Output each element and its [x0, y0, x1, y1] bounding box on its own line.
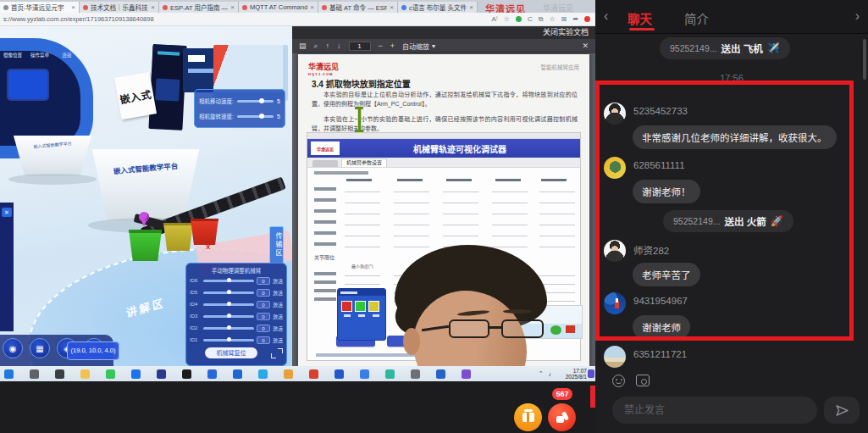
app-icon	[258, 369, 268, 379]
taskbar-date: 2025/8/1	[566, 374, 587, 380]
doc-paragraph: 本实验的目标是让上位机自动分析动作，通过控制发给机械臂下达指令，将物块放到对应的…	[312, 91, 578, 108]
app-icon	[284, 369, 293, 379]
pedestal-label: 嵌入式智能教学平台	[12, 138, 93, 151]
fullscreen-icon	[269, 348, 283, 358]
like-button[interactable]	[548, 403, 576, 431]
close-doc-button: 关闭实验文档	[292, 26, 595, 39]
servo-slider	[203, 339, 254, 341]
close-icon: ✕	[582, 42, 589, 50]
avatar	[604, 240, 626, 262]
servo-slider	[203, 291, 254, 294]
refresh-icon: C	[528, 16, 533, 23]
stream-control-bar: 567	[0, 381, 595, 433]
browser-tab-mqtt-at: MQTT AT Command ×	[239, 2, 318, 13]
servo-id: ID5	[190, 290, 201, 295]
tab-chat[interactable]: 聊天	[628, 9, 652, 27]
dock-label: 连接	[54, 52, 80, 58]
defender-icon	[436, 369, 445, 379]
camera-move-speed-row: 相机移动速度: 5	[199, 97, 280, 105]
tab-placeholder	[312, 160, 338, 167]
tab-close-icon: ×	[390, 3, 394, 11]
tab-arm-params: 机械臂参数设置	[341, 158, 387, 167]
servo-value: 0	[257, 301, 270, 308]
servo-row: ID3 0 激活	[190, 310, 283, 322]
tab-close-icon: ×	[230, 3, 235, 11]
tab-title: 基础 AT 命令 — ESP	[329, 3, 387, 12]
chat-scrollbar[interactable]	[863, 39, 866, 80]
zoom-out-icon: −	[379, 42, 383, 50]
banner-title: 机械臂轨迹可视化调试器	[340, 142, 580, 155]
active-tab-underline	[629, 28, 655, 31]
gift-icon	[522, 413, 534, 422]
gift-text: 送出 火箭	[724, 214, 766, 228]
pdf-toolbar: ▤ ⌕ ↑ ↓ 1 − + 自动缩放 ▾ ✕	[292, 39, 595, 53]
doc-brand-logo: 华清远见HQYJ.COM	[308, 61, 339, 76]
task-view-icon	[55, 369, 64, 379]
servo-id: ID4	[190, 302, 201, 307]
chevron-left-icon[interactable]: ‹	[604, 8, 608, 25]
coordinates-tooltip: (19.0, 10.0, 4.0)	[67, 341, 119, 360]
table-row	[312, 228, 575, 238]
presenter-glasses	[447, 319, 547, 341]
browser-tab-espressif-docs: 技术文档｜乐鑫科技 ×	[80, 2, 159, 13]
paper-plane-icon	[835, 403, 849, 418]
app-icon	[462, 369, 471, 379]
servo-row: ID1 0 激活	[190, 334, 283, 346]
servo-slider	[203, 315, 254, 318]
text-cursor	[354, 107, 364, 132]
activate-button: 激活	[273, 325, 283, 332]
browser-tab-esp-at-guide: ESP-AT 用户指南 — ×	[159, 2, 239, 13]
tab-intro[interactable]: 简介	[684, 9, 709, 27]
safety-shield-icon	[516, 16, 522, 22]
camera-rotate-speed-row: 相机旋转速度: 5	[199, 112, 280, 120]
bucket-red	[191, 219, 218, 245]
doc-section-heading: 3.4 抓取物块放到指定位置	[312, 77, 411, 90]
screenshot-icon[interactable]	[636, 375, 650, 386]
url-text: s://www.yyzlab.com.cn/exper/171963710913…	[0, 15, 491, 23]
pedestal-shadow	[8, 174, 97, 185]
taskbar-time: 17:07	[566, 368, 587, 375]
virtual-lab-scene: 嵌入式 相机移动速度: 5 相机旋转速度: 5 嵌入式智能教学平台	[0, 26, 292, 366]
chat-username: 9431954967	[633, 296, 688, 306]
camera-rotate-speed-slider	[237, 115, 274, 118]
system-tray: ⌃ ♪	[539, 366, 551, 381]
servo-value: 0	[257, 313, 270, 320]
chat-bubble: 谢谢老师	[633, 315, 690, 339]
emoji-icon[interactable]	[612, 375, 625, 387]
bucket-yellow	[163, 223, 193, 251]
chat-input[interactable]	[612, 397, 817, 424]
debugger-tabs: 机械臂参数设置	[307, 158, 580, 168]
app-icon	[360, 369, 369, 379]
tab-close-icon: ×	[151, 3, 155, 11]
banner-logo: 华清远见	[311, 142, 340, 155]
camera-move-speed-label: 相机移动速度:	[199, 97, 234, 105]
gift-button[interactable]	[514, 403, 542, 431]
browser-tab-basic-at: 基础 AT 命令 — ESP ×	[318, 2, 398, 13]
send-button[interactable]	[824, 397, 860, 424]
chevron-right-icon[interactable]: ›	[855, 8, 860, 25]
axis-x-label: X	[206, 243, 210, 251]
rocket-gift-icon: 🚀	[771, 215, 783, 227]
browser-tab-c-bool: c语言 布尔量 头文件 ×	[398, 2, 478, 13]
camera-move-speed-slider	[237, 100, 274, 103]
app-icon	[157, 369, 166, 379]
chat-bubble: 老师辛苦了	[633, 263, 700, 286]
edge-icon	[131, 369, 141, 379]
favicon	[401, 5, 406, 10]
servo-slider	[203, 280, 254, 282]
video-player[interactable]: 首页-华清远见元宇 × 技术文档｜乐鑫科技 × ESP-AT 用户指南 — × …	[0, 0, 595, 433]
table-row	[312, 206, 575, 216]
airplane-gift-icon: ✈️	[767, 42, 780, 54]
gift-sender: 95252149...	[670, 43, 716, 53]
favicon	[322, 5, 327, 10]
table-header-row	[312, 176, 575, 183]
servo-row: ID6 0 激活	[190, 275, 283, 286]
favicon	[3, 5, 8, 10]
servo-id: ID3	[190, 314, 201, 319]
servo-id: ID1	[190, 337, 201, 342]
settings-icon	[411, 369, 420, 379]
servo-slider	[203, 303, 254, 306]
file-explorer-icon	[80, 369, 90, 379]
page-number-input: 1	[349, 42, 371, 51]
servo-value: 0	[257, 336, 270, 344]
